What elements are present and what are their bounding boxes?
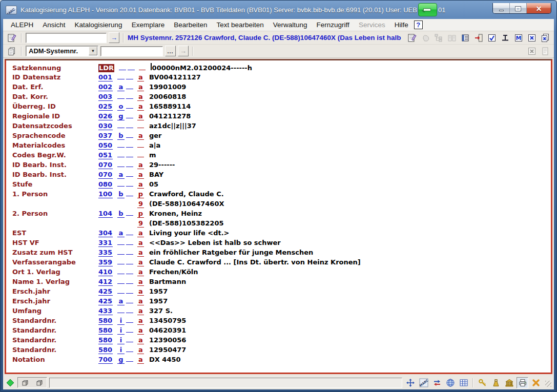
subfield-code[interactable]: a: [137, 268, 144, 276]
indicator-1[interactable]: g: [117, 112, 125, 120]
menu-ansicht[interactable]: Ansicht: [38, 19, 70, 30]
check-record-icon[interactable]: [486, 32, 498, 44]
field-tag[interactable]: 037: [98, 132, 113, 140]
subfield-code[interactable]: a: [137, 102, 144, 111]
field-value[interactable]: 165889114: [149, 102, 191, 111]
subfield-code[interactable]: [139, 70, 146, 70]
subfield-code[interactable]: a: [137, 258, 144, 266]
subfield-code[interactable]: a: [137, 161, 144, 169]
field-tag[interactable]: 051: [98, 151, 113, 159]
indicator-2[interactable]: [126, 167, 133, 167]
menu-text-bearbeiten[interactable]: Text bearbeiten: [212, 19, 268, 30]
indicator-2[interactable]: [126, 332, 133, 333]
field-tag[interactable]: 433: [98, 307, 113, 315]
menu-hilfe[interactable]: Hilfe: [390, 19, 413, 30]
subfield-code[interactable]: [137, 128, 144, 128]
indicator-2[interactable]: [126, 244, 133, 245]
field-value[interactable]: 12950477: [149, 345, 186, 354]
indicator-2[interactable]: [126, 176, 133, 177]
search-type-combobox[interactable]: ADM-Systemnr. ▼: [26, 46, 98, 56]
marc-view-icon[interactable]: M: [512, 32, 524, 44]
field-value[interactable]: Frechen/Köln: [149, 267, 198, 276]
indicator-1[interactable]: [117, 283, 125, 284]
field-tag[interactable]: 331: [98, 239, 113, 247]
key-icon[interactable]: [477, 377, 488, 388]
subfield-code[interactable]: 9: [137, 219, 144, 228]
indicator-1[interactable]: b: [117, 190, 125, 198]
record-search-input[interactable]: [26, 33, 107, 43]
menu-verwaltung[interactable]: Verwaltung: [269, 19, 312, 30]
indicator-2[interactable]: [126, 283, 133, 284]
field-tag[interactable]: 700: [98, 356, 113, 364]
menu-aleph[interactable]: ALEPH: [6, 19, 38, 30]
indicator-2[interactable]: [126, 147, 133, 148]
indicator-1[interactable]: a: [117, 297, 125, 305]
permission-status-icon[interactable]: [418, 3, 437, 16]
field-value[interactable]: Kronen, Heinz: [149, 209, 202, 218]
field-tag[interactable]: 580: [98, 346, 113, 354]
indicator-1[interactable]: i: [117, 317, 125, 325]
field-tag[interactable]: 580: [98, 326, 113, 335]
help-icon[interactable]: ?: [414, 20, 423, 29]
edit-record-lead-icon[interactable]: [6, 32, 17, 44]
field-tag[interactable]: 050: [98, 141, 113, 150]
indicator-2[interactable]: [126, 186, 133, 187]
swap-arrows-icon[interactable]: [431, 377, 443, 388]
close-record-icon[interactable]: [526, 32, 538, 44]
field-tag[interactable]: 070: [98, 161, 113, 169]
subfield-code[interactable]: a: [137, 278, 144, 286]
indicator-1[interactable]: o: [117, 102, 125, 111]
minimize-button[interactable]: [493, 3, 510, 14]
indicator-2[interactable]: [126, 98, 133, 99]
field-value[interactable]: az1dc||z|||37: [149, 121, 196, 130]
field-value[interactable]: ger: [149, 131, 162, 140]
indicator-2[interactable]: [126, 137, 133, 138]
field-value[interactable]: DX 4450: [149, 355, 181, 364]
indicator-1[interactable]: [117, 293, 125, 294]
indicator-1[interactable]: a: [117, 171, 125, 179]
field-value[interactable]: 00000nM2.01200024------h: [151, 63, 252, 72]
indicator-1[interactable]: [117, 274, 125, 274]
server-cube-icon[interactable]: [34, 378, 45, 388]
field-tag[interactable]: 304: [98, 229, 113, 237]
field-tag[interactable]: 070: [98, 171, 113, 179]
field-value[interactable]: BV004121127: [149, 73, 201, 81]
indicator-1[interactable]: a: [117, 83, 125, 91]
indicator-2[interactable]: [126, 215, 133, 216]
indicator-1[interactable]: [117, 313, 125, 313]
indicator-1[interactable]: b: [117, 210, 125, 218]
subfield-code[interactable]: [137, 157, 144, 157]
field-tag[interactable]: 003: [98, 93, 113, 101]
bank-building-icon[interactable]: [503, 377, 515, 388]
indicator-2[interactable]: [126, 352, 133, 352]
indicator-2[interactable]: [126, 264, 133, 264]
field-tag[interactable]: 335: [98, 249, 113, 257]
indicator-2[interactable]: [126, 89, 133, 89]
server-cubes-box[interactable]: [17, 377, 47, 388]
subfield-code[interactable]: a: [137, 307, 144, 315]
field-value[interactable]: <<Das>> Leben ist halb so schwer: [149, 238, 281, 247]
weights-icon[interactable]: [490, 377, 502, 388]
indicator-2[interactable]: [126, 342, 133, 342]
maximize-button[interactable]: [510, 3, 527, 14]
field-tag[interactable]: 030: [98, 122, 113, 130]
field-tag[interactable]: 425: [98, 297, 113, 305]
subfield-code[interactable]: a: [137, 83, 144, 91]
subfield-code[interactable]: a: [137, 317, 144, 325]
indicator-2[interactable]: [126, 274, 133, 274]
field-tag[interactable]: 580: [98, 336, 113, 344]
field-tag[interactable]: 002: [98, 83, 113, 91]
indicator-2[interactable]: [126, 157, 133, 157]
field-tag[interactable]: 412: [98, 278, 113, 286]
indicator-2[interactable]: [126, 303, 133, 303]
globe-icon[interactable]: [444, 377, 456, 388]
indicator-1[interactable]: [117, 128, 125, 128]
edit-record-icon[interactable]: [406, 32, 418, 44]
field-tag[interactable]: 026: [98, 112, 113, 120]
field-value[interactable]: m: [149, 151, 156, 159]
subfield-code[interactable]: [137, 147, 144, 148]
field-tag[interactable]: LDR: [98, 64, 114, 72]
menu-exemplare[interactable]: Exemplare: [127, 19, 170, 30]
record-editor[interactable]: SatzkennungLDR00000nM2.01200024------h I…: [5, 59, 552, 374]
indicator-2[interactable]: [126, 254, 133, 255]
